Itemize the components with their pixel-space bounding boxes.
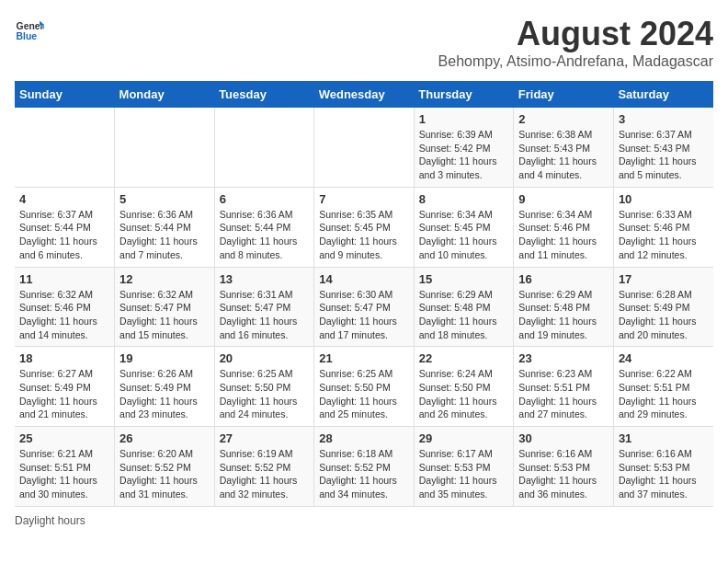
- calendar-cell: 5Sunrise: 6:36 AM Sunset: 5:44 PM Daylig…: [115, 187, 215, 267]
- day-info: Sunrise: 6:28 AM Sunset: 5:49 PM Dayligh…: [619, 288, 709, 342]
- svg-text:Blue: Blue: [17, 31, 38, 41]
- day-number: 19: [119, 351, 210, 365]
- calendar-cell: 26Sunrise: 6:20 AM Sunset: 5:52 PM Dayli…: [115, 427, 215, 507]
- day-info: Sunrise: 6:27 AM Sunset: 5:49 PM Dayligh…: [19, 367, 109, 421]
- calendar-week-1: 1Sunrise: 6:39 AM Sunset: 5:42 PM Daylig…: [15, 108, 713, 187]
- day-info: Sunrise: 6:16 AM Sunset: 5:53 PM Dayligh…: [619, 447, 709, 501]
- calendar-cell: 30Sunrise: 6:16 AM Sunset: 5:53 PM Dayli…: [514, 427, 614, 507]
- calendar-cell: 24Sunrise: 6:22 AM Sunset: 5:51 PM Dayli…: [613, 347, 713, 427]
- calendar-cell: 18Sunrise: 6:27 AM Sunset: 5:49 PM Dayli…: [15, 347, 115, 427]
- calendar-cell: 31Sunrise: 6:16 AM Sunset: 5:53 PM Dayli…: [613, 427, 713, 507]
- day-number: 24: [619, 351, 709, 365]
- calendar-cell: 22Sunrise: 6:24 AM Sunset: 5:50 PM Dayli…: [414, 347, 514, 427]
- day-number: 15: [419, 272, 509, 286]
- day-number: 1: [419, 112, 509, 126]
- day-number: 30: [518, 431, 609, 445]
- calendar-cell: [214, 108, 314, 187]
- calendar-cell: 14Sunrise: 6:30 AM Sunset: 5:47 PM Dayli…: [314, 267, 415, 347]
- calendar-cell: 8Sunrise: 6:34 AM Sunset: 5:45 PM Daylig…: [414, 187, 514, 267]
- title-area: August 2024 Behompy, Atsimo-Andrefana, M…: [438, 15, 713, 70]
- day-number: 7: [319, 192, 409, 206]
- day-info: Sunrise: 6:32 AM Sunset: 5:46 PM Dayligh…: [19, 288, 109, 342]
- calendar-cell: 20Sunrise: 6:25 AM Sunset: 5:50 PM Dayli…: [214, 347, 314, 427]
- weekday-header-friday: Friday: [514, 81, 614, 108]
- day-info: Sunrise: 6:30 AM Sunset: 5:47 PM Dayligh…: [319, 288, 409, 342]
- day-info: Sunrise: 6:29 AM Sunset: 5:48 PM Dayligh…: [518, 288, 609, 342]
- calendar-cell: 9Sunrise: 6:34 AM Sunset: 5:46 PM Daylig…: [514, 187, 614, 267]
- day-info: Sunrise: 6:25 AM Sunset: 5:50 PM Dayligh…: [319, 367, 409, 421]
- calendar-week-4: 18Sunrise: 6:27 AM Sunset: 5:49 PM Dayli…: [15, 347, 713, 427]
- day-number: 20: [220, 351, 310, 365]
- calendar-cell: 1Sunrise: 6:39 AM Sunset: 5:42 PM Daylig…: [414, 108, 514, 187]
- day-info: Sunrise: 6:20 AM Sunset: 5:52 PM Dayligh…: [119, 447, 210, 501]
- calendar-cell: [15, 108, 115, 187]
- day-info: Sunrise: 6:33 AM Sunset: 5:46 PM Dayligh…: [619, 208, 709, 262]
- day-info: Sunrise: 6:36 AM Sunset: 5:44 PM Dayligh…: [119, 208, 210, 262]
- day-info: Sunrise: 6:39 AM Sunset: 5:42 PM Dayligh…: [419, 128, 509, 182]
- day-number: 22: [419, 351, 509, 365]
- calendar-week-5: 25Sunrise: 6:21 AM Sunset: 5:51 PM Dayli…: [15, 427, 713, 507]
- day-number: 9: [518, 192, 609, 206]
- calendar-cell: 2Sunrise: 6:38 AM Sunset: 5:43 PM Daylig…: [514, 108, 614, 187]
- day-number: 8: [419, 192, 509, 206]
- weekday-header-tuesday: Tuesday: [214, 81, 314, 108]
- calendar-cell: 25Sunrise: 6:21 AM Sunset: 5:51 PM Dayli…: [15, 427, 115, 507]
- calendar-cell: 17Sunrise: 6:28 AM Sunset: 5:49 PM Dayli…: [613, 267, 713, 347]
- weekday-header-saturday: Saturday: [613, 81, 713, 108]
- day-info: Sunrise: 6:23 AM Sunset: 5:51 PM Dayligh…: [518, 367, 609, 421]
- weekday-header-row: SundayMondayTuesdayWednesdayThursdayFrid…: [15, 81, 713, 108]
- day-info: Sunrise: 6:31 AM Sunset: 5:47 PM Dayligh…: [220, 288, 310, 342]
- day-number: 4: [19, 192, 109, 206]
- day-info: Sunrise: 6:38 AM Sunset: 5:43 PM Dayligh…: [518, 128, 609, 182]
- day-info: Sunrise: 6:18 AM Sunset: 5:52 PM Dayligh…: [319, 447, 409, 501]
- day-info: Sunrise: 6:37 AM Sunset: 5:43 PM Dayligh…: [619, 128, 709, 182]
- calendar-cell: 12Sunrise: 6:32 AM Sunset: 5:47 PM Dayli…: [115, 267, 215, 347]
- calendar-cell: 11Sunrise: 6:32 AM Sunset: 5:46 PM Dayli…: [15, 267, 115, 347]
- day-number: 27: [220, 431, 310, 445]
- day-info: Sunrise: 6:26 AM Sunset: 5:49 PM Dayligh…: [119, 367, 210, 421]
- weekday-header-thursday: Thursday: [414, 81, 514, 108]
- calendar-cell: [115, 108, 215, 187]
- calendar-cell: 16Sunrise: 6:29 AM Sunset: 5:48 PM Dayli…: [514, 267, 614, 347]
- day-info: Sunrise: 6:36 AM Sunset: 5:44 PM Dayligh…: [220, 208, 310, 262]
- day-number: 29: [419, 431, 509, 445]
- day-number: 3: [619, 112, 709, 126]
- day-number: 5: [119, 192, 210, 206]
- day-number: 23: [518, 351, 609, 365]
- calendar-cell: 19Sunrise: 6:26 AM Sunset: 5:49 PM Dayli…: [115, 347, 215, 427]
- calendar-table: SundayMondayTuesdayWednesdayThursdayFrid…: [15, 81, 713, 507]
- calendar-cell: [314, 108, 415, 187]
- calendar-cell: 21Sunrise: 6:25 AM Sunset: 5:50 PM Dayli…: [314, 347, 415, 427]
- day-number: 10: [619, 192, 709, 206]
- calendar-cell: 13Sunrise: 6:31 AM Sunset: 5:47 PM Dayli…: [214, 267, 314, 347]
- logo: General Blue: [15, 15, 44, 44]
- day-info: Sunrise: 6:32 AM Sunset: 5:47 PM Dayligh…: [119, 288, 210, 342]
- weekday-header-monday: Monday: [115, 81, 215, 108]
- day-number: 14: [319, 272, 409, 286]
- day-info: Sunrise: 6:19 AM Sunset: 5:52 PM Dayligh…: [220, 447, 310, 501]
- day-info: Sunrise: 6:35 AM Sunset: 5:45 PM Dayligh…: [319, 208, 409, 262]
- weekday-header-wednesday: Wednesday: [314, 81, 415, 108]
- day-info: Sunrise: 6:34 AM Sunset: 5:45 PM Dayligh…: [419, 208, 509, 262]
- calendar-cell: 10Sunrise: 6:33 AM Sunset: 5:46 PM Dayli…: [613, 187, 713, 267]
- weekday-header-sunday: Sunday: [15, 81, 115, 108]
- day-number: 6: [220, 192, 310, 206]
- day-info: Sunrise: 6:29 AM Sunset: 5:48 PM Dayligh…: [419, 288, 509, 342]
- day-number: 28: [319, 431, 409, 445]
- day-number: 31: [619, 431, 709, 445]
- page-subtitle: Behompy, Atsimo-Andrefana, Madagascar: [438, 53, 713, 70]
- day-number: 12: [119, 272, 210, 286]
- calendar-cell: 27Sunrise: 6:19 AM Sunset: 5:52 PM Dayli…: [214, 427, 314, 507]
- day-info: Sunrise: 6:24 AM Sunset: 5:50 PM Dayligh…: [419, 367, 509, 421]
- day-number: 18: [19, 351, 109, 365]
- day-info: Sunrise: 6:21 AM Sunset: 5:51 PM Dayligh…: [19, 447, 109, 501]
- calendar-cell: 29Sunrise: 6:17 AM Sunset: 5:53 PM Dayli…: [414, 427, 514, 507]
- calendar-cell: 3Sunrise: 6:37 AM Sunset: 5:43 PM Daylig…: [613, 108, 713, 187]
- calendar-cell: 28Sunrise: 6:18 AM Sunset: 5:52 PM Dayli…: [314, 427, 415, 507]
- day-number: 2: [518, 112, 609, 126]
- day-info: Sunrise: 6:16 AM Sunset: 5:53 PM Dayligh…: [518, 447, 609, 501]
- footer-note: Daylight hours: [15, 514, 713, 527]
- day-number: 13: [220, 272, 310, 286]
- day-number: 26: [119, 431, 210, 445]
- day-number: 21: [319, 351, 409, 365]
